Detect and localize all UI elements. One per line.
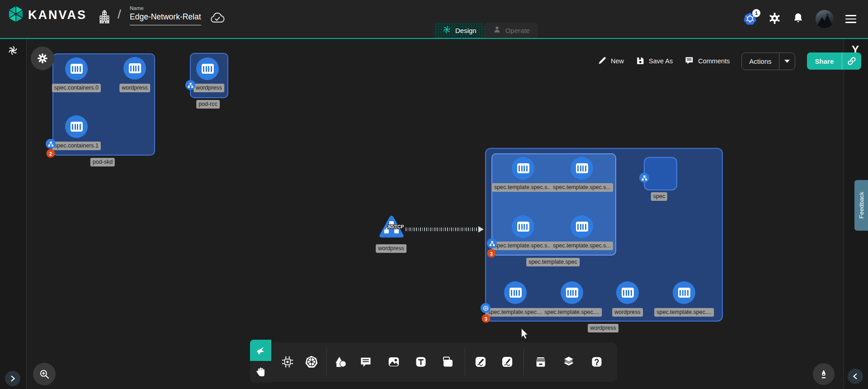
pan-hand-tool-button[interactable]: [250, 361, 271, 383]
group-label-spec-template-spec: spec.template.spec: [526, 258, 580, 266]
user-avatar[interactable]: [816, 10, 834, 28]
settings-gear-icon[interactable]: [769, 12, 781, 26]
menu-hamburger-icon[interactable]: [845, 15, 856, 23]
cloud-saved-icon: [210, 11, 225, 26]
error-count-badge[interactable]: 2: [47, 149, 55, 158]
comments-icon: [684, 56, 694, 66]
network-badge[interactable]: [487, 238, 497, 248]
node-label: wordpress: [612, 308, 643, 317]
node-label: spec.template.spec.s...: [492, 183, 554, 192]
network-badge[interactable]: [46, 139, 56, 149]
node-label: spec.template.spec....: [486, 308, 545, 317]
tab-operate[interactable]: Operate: [485, 23, 538, 38]
actions-label[interactable]: Actions: [742, 53, 778, 70]
edge-service-to-deployment[interactable]: [406, 228, 480, 231]
meshery-spinner-icon[interactable]: [8, 45, 18, 57]
container-node-template-1[interactable]: [512, 157, 534, 180]
save-as-label: Save As: [649, 57, 673, 65]
feedback-tab[interactable]: Feedback: [854, 180, 868, 231]
toolbar-divider: [465, 348, 465, 375]
container-icon: [71, 64, 83, 74]
canvas-settings-flower-button[interactable]: [31, 47, 54, 70]
collapse-right-panel-button[interactable]: [848, 369, 863, 384]
notifications-bell-icon[interactable]: [793, 12, 804, 26]
container-icon: [517, 222, 529, 232]
container-node-deploy-wordpress[interactable]: [616, 281, 639, 304]
copy-link-button[interactable]: [842, 52, 861, 70]
shapes-tool-button[interactable]: [330, 352, 350, 372]
node-label: spec.template.spec.s...: [492, 242, 554, 250]
left-rail: [0, 39, 27, 389]
frame-tool-button[interactable]: [438, 352, 458, 372]
text-tool-button[interactable]: [411, 352, 431, 372]
kubernetes-context-button[interactable]: 1: [743, 12, 757, 26]
container-node-deploy-2[interactable]: [561, 281, 583, 304]
node-label: spec.template.spec....: [654, 308, 714, 317]
new-label: New: [611, 57, 624, 65]
tab-indicator-line: [0, 38, 868, 39]
share-label[interactable]: Share: [807, 52, 842, 70]
zoom-search-button[interactable]: [33, 363, 56, 385]
container-node-deploy-4[interactable]: [673, 281, 695, 304]
container-icon: [71, 122, 83, 132]
feedback-label: Feedback: [858, 192, 865, 218]
kanvas-logo[interactable]: KANVAS: [7, 5, 87, 24]
comments-button[interactable]: Comments: [684, 56, 730, 66]
node-label: spec.containers.0: [52, 84, 101, 92]
container-node-template-2[interactable]: [571, 157, 593, 180]
select-tool-button[interactable]: [250, 340, 271, 361]
container-node-template-4[interactable]: [571, 215, 593, 238]
deployment-badge[interactable]: [481, 303, 491, 313]
pen-annotation-button[interactable]: [813, 363, 835, 385]
error-count-badge[interactable]: 3: [482, 314, 491, 323]
logo-text: KANVAS: [28, 8, 87, 22]
edge-arrowhead: [478, 226, 484, 232]
header-right-icons: 1: [743, 0, 856, 38]
container-node-spec-containers-0[interactable]: [65, 57, 88, 80]
save-as-button[interactable]: Save As: [636, 56, 673, 66]
container-node-deploy-1[interactable]: [504, 281, 527, 304]
group-label-pod-rcc: pod-rcc: [196, 100, 220, 109]
container-icon: [622, 288, 634, 298]
image-tool-button[interactable]: [384, 352, 404, 372]
container-icon: [129, 63, 141, 73]
container-icon: [509, 288, 522, 298]
container-icon: [566, 288, 578, 298]
spec-node-label: spec: [651, 192, 667, 201]
help-tool-button[interactable]: [587, 352, 607, 372]
container-node-wordpress-2[interactable]: [196, 57, 219, 80]
actions-caret-button[interactable]: [779, 53, 795, 70]
actions-dropdown-button[interactable]: Actions: [741, 52, 795, 70]
spec-node[interactable]: [644, 157, 677, 190]
design-name-input[interactable]: Edge-Network-Relatio: [130, 12, 201, 25]
container-icon: [517, 163, 529, 173]
pencil-tool-button[interactable]: [497, 352, 517, 372]
network-badge[interactable]: [185, 80, 195, 90]
tab-design[interactable]: Design: [434, 23, 485, 38]
container-node-template-3[interactable]: [512, 215, 534, 238]
component-chip-tool-button[interactable]: [278, 352, 297, 372]
name-field-label: Name: [130, 5, 201, 11]
expand-left-panel-button[interactable]: [5, 371, 20, 386]
kubernetes-tool-button[interactable]: [302, 352, 321, 372]
comments-label: Comments: [698, 57, 730, 65]
edge-port-label: 80/TCP: [388, 224, 404, 229]
new-pencil-icon: [598, 56, 607, 66]
share-button[interactable]: Share: [807, 52, 862, 70]
organization-icon[interactable]: [98, 9, 111, 27]
group-label-pod-skd: pod-skd: [90, 158, 115, 166]
pen-tool-button[interactable]: [471, 352, 491, 372]
mode-tabs: Design Operate: [434, 23, 538, 38]
container-icon: [576, 163, 588, 173]
comment-tool-button[interactable]: [356, 352, 376, 372]
layers-tool-button[interactable]: [559, 352, 579, 372]
spec-template-spec-group[interactable]: [491, 153, 616, 256]
archive-drawer-tool-button[interactable]: [531, 352, 551, 372]
node-label: spec.template.spec....: [542, 308, 602, 317]
new-button[interactable]: New: [598, 56, 624, 66]
save-floppy-icon: [636, 56, 645, 66]
container-node-wordpress-1[interactable]: [123, 57, 146, 80]
container-node-spec-containers-1[interactable]: [65, 115, 88, 138]
error-count-badge[interactable]: 3: [487, 249, 496, 258]
pod-badge[interactable]: [639, 173, 649, 183]
